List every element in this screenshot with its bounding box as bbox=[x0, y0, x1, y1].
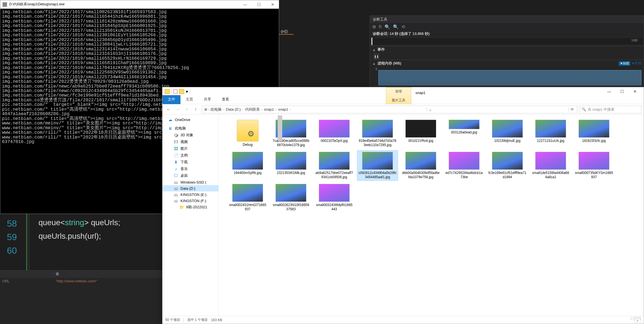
close-button[interactable]: ✕ bbox=[629, 87, 641, 96]
sidebar-onedrive[interactable]: ☁OneDrive bbox=[162, 117, 218, 123]
minimize-button[interactable]: — bbox=[603, 87, 616, 96]
gear-icon[interactable]: ⚙ bbox=[372, 24, 376, 30]
image-file-item[interactable]: ab9a62517bbe072eeaff79341cb09506.jpg bbox=[314, 150, 355, 181]
breadcrumb-segment[interactable]: 代码联系 bbox=[244, 107, 261, 111]
image-file-item[interactable]: small002431HmGI71665937 bbox=[227, 182, 268, 213]
maximize-button[interactable]: ☐ bbox=[255, 2, 263, 7]
folder-item[interactable]: Debug bbox=[227, 118, 268, 149]
variable-name: URL bbox=[0, 279, 53, 283]
tab-file[interactable]: 文件 bbox=[162, 95, 180, 104]
breadcrumb-segment[interactable]: snap1 bbox=[277, 107, 289, 111]
pc-icon: 🖥 bbox=[168, 126, 173, 131]
image-file-item[interactable]: small000735dKYSm1665937 bbox=[573, 150, 614, 181]
image-file-item[interactable]: 194400mSyRb.jpg bbox=[227, 150, 268, 181]
snapshot-button[interactable]: ▼快照 bbox=[619, 61, 630, 66]
image-file-item[interactable]: 001021VRolt.jpg bbox=[400, 118, 441, 149]
sidebar-thispc[interactable]: 🖥此电脑 bbox=[162, 125, 218, 132]
explorer-titlebar[interactable]: ▾ 文件 主页 共享 查看 管理 图片工具 snap1 — ☐ ✕ ⌄ bbox=[162, 87, 644, 104]
image-file-item[interactable]: c092812c434904a5b29fc3454485aaf1.jpg bbox=[357, 150, 398, 181]
image-file-item[interactable]: 102158djmuE.jpg bbox=[487, 118, 528, 149]
sidebar-winssd[interactable]: 🖴Windows-SSD ( bbox=[162, 179, 218, 185]
breadcrumb-bar[interactable]: 🖥 › 此电脑›Data (D:)›代码联系›snap1›snap1› ⌄ ⟳ bbox=[202, 106, 577, 113]
explorer-address-bar: ← → ⌄ ↑ 🖥 › 此电脑›Data (D:)›代码联系›snap1›sna… bbox=[162, 104, 644, 115]
image-file-item[interactable]: small1de5159fa4406a664a6ca1 bbox=[530, 150, 571, 181]
sidebar-desktop[interactable]: 🖵桌面 bbox=[162, 172, 218, 179]
sidebar-downloads[interactable]: ⬇下载 bbox=[162, 159, 218, 166]
close-button[interactable]: ✕ bbox=[269, 2, 277, 7]
memory-title: 进程内存 (MB) bbox=[378, 61, 617, 66]
zoom-in-icon[interactable]: 🔍 bbox=[385, 24, 390, 30]
sidebar-3d-objects[interactable]: 🎲3D 对象 bbox=[162, 132, 218, 138]
zoom-out-icon[interactable]: 🔍 bbox=[393, 24, 399, 30]
memory-y-label: 5 bbox=[376, 67, 377, 71]
explorer-content[interactable]: Debug7cab180eca805cce596b6870cb4e1379.jp… bbox=[219, 115, 644, 316]
memory-chart[interactable]: 5 bbox=[370, 67, 644, 86]
memory-chart-border bbox=[378, 70, 641, 85]
memory-section-header[interactable]: ▲ 进程内存 (MB) ▼快照 ●专用 bbox=[370, 60, 644, 67]
image-file-item[interactable]: fc3e199e91cf51efff9ea71d1894 bbox=[487, 150, 528, 181]
breadcrumb-arrow[interactable]: › bbox=[223, 108, 225, 111]
tab-share[interactable]: 共享 bbox=[198, 95, 216, 104]
image-file-item[interactable]: small002623N10if1665937583 bbox=[270, 182, 311, 213]
sidebar-kingston-f[interactable]: 🖴KINGSTON (F:) bbox=[162, 198, 218, 204]
recent-dropdown[interactable]: ⌄ bbox=[183, 107, 191, 112]
export-icon[interactable]: ⎘ bbox=[379, 24, 382, 30]
image-file-item[interactable]: ed7c74295284a4bdcb1a73be bbox=[444, 150, 485, 181]
editor-subtab[interactable]: gv[]) bbox=[279, 28, 293, 35]
file-thumbnail bbox=[535, 120, 566, 138]
image-file-item[interactable]: 181623l3zfc.jpg bbox=[573, 118, 614, 149]
sidebar-folder-9[interactable]: 📁9期-2022021 bbox=[162, 204, 218, 211]
refresh-button[interactable]: ⟳ bbox=[569, 107, 575, 111]
breadcrumb-segment[interactable]: 此电脑 bbox=[209, 107, 223, 111]
image-file-item[interactable]: 000210TaOpX.jpg bbox=[314, 118, 355, 149]
image-file-item[interactable]: 232135SKGMk.jpg bbox=[270, 150, 311, 181]
variables-col-name[interactable] bbox=[0, 271, 53, 278]
sidebar-music[interactable]: ♪音乐 bbox=[162, 166, 218, 172]
maximize-button[interactable]: ☐ bbox=[616, 87, 629, 96]
breadcrumb-segment[interactable]: snap1 bbox=[263, 107, 275, 111]
breadcrumb-arrow[interactable]: › bbox=[289, 108, 291, 111]
contextual-tab-group[interactable]: 管理 图片工具 bbox=[386, 87, 411, 104]
sidebar-pictures[interactable]: 🖼图片 bbox=[162, 145, 218, 152]
image-file-item[interactable]: 919e45e8a57d4d7d3a783eeb110a7285.jpg bbox=[357, 118, 398, 149]
sidebar-videos[interactable]: 🎞视频 bbox=[162, 138, 218, 145]
image-file-item[interactable]: 003126a0ead.jpg bbox=[444, 118, 485, 149]
scrollbar-thumb[interactable] bbox=[278, 115, 282, 141]
console-titlebar[interactable]: D:\代码联系\snap1\Debug\snap1.exe — ☐ ✕ bbox=[0, 0, 279, 9]
chevron-down-icon: ▲ bbox=[372, 61, 376, 66]
image-file-item[interactable]: 7cab180eca805cce596b6870cb4e1379.jpg bbox=[270, 118, 311, 149]
sidebar-kingston-e[interactable]: 🖴KINGSTON (E:) bbox=[162, 191, 218, 198]
reset-zoom-icon[interactable]: ⟲ bbox=[401, 24, 405, 30]
line-number: 58 bbox=[0, 217, 25, 230]
pause-icon[interactable]: ❚❚ bbox=[374, 54, 379, 59]
events-section-header[interactable]: ▲ 事件 bbox=[370, 46, 644, 53]
file-name-label: Debug bbox=[243, 143, 252, 147]
search-box[interactable]: 🔍 在 snap1 中搜索 bbox=[580, 106, 641, 113]
image-file-item[interactable]: 122711S1uUA.jpg bbox=[530, 118, 571, 149]
sidebar-documents[interactable]: 📄文档 bbox=[162, 152, 218, 159]
file-name-label: fc3e199e91cf51efff9ea71d1894 bbox=[488, 171, 527, 179]
tab-view[interactable]: 查看 bbox=[216, 95, 234, 104]
sidebar-data-d[interactable]: 🖴Data (D:) bbox=[162, 185, 218, 191]
file-name-label: dbb00a5646309df5fad6efda1079e756.jpg bbox=[402, 171, 440, 179]
qat-overflow[interactable]: ▾ bbox=[186, 89, 188, 94]
minimize-button[interactable]: — bbox=[241, 2, 249, 7]
checkbox-icon[interactable] bbox=[173, 90, 177, 93]
sidebar-scrollbar[interactable] bbox=[278, 115, 282, 284]
folder-icon[interactable] bbox=[165, 89, 170, 94]
breadcrumb-arrow[interactable]: › bbox=[261, 108, 263, 111]
diagnostics-session-text: 诊断会话: 14 秒 (选择了 13.856 秒) bbox=[370, 31, 644, 37]
breadcrumb-arrow[interactable]: › bbox=[242, 108, 244, 111]
breadcrumb-segment[interactable]: Data (D:) bbox=[225, 107, 242, 111]
diagnostics-timeline[interactable]: 10秒 bbox=[370, 37, 644, 45]
image-file-item[interactable]: small0032438MpRt1665443 bbox=[314, 182, 355, 213]
breadcrumb-arrow[interactable]: › bbox=[207, 108, 209, 111]
breadcrumb-arrow[interactable]: › bbox=[275, 108, 277, 111]
image-file-item[interactable]: dbb00a5646309df5fad6efda1079e756.jpg bbox=[400, 150, 441, 181]
address-dropdown[interactable]: ⌄ bbox=[427, 107, 433, 111]
tab-home[interactable]: 主页 bbox=[180, 95, 198, 104]
back-button[interactable]: ← bbox=[165, 107, 173, 112]
folder-icon-2[interactable] bbox=[179, 89, 184, 94]
forward-button[interactable]: → bbox=[174, 107, 182, 112]
up-button[interactable]: ↑ bbox=[192, 107, 200, 112]
